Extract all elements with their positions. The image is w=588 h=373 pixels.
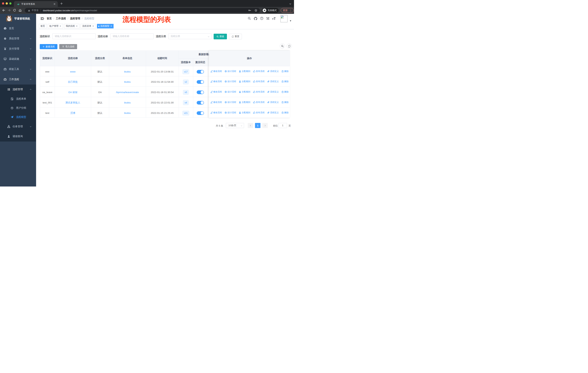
action-分配规则[interactable]: 分配规则 — [239, 80, 251, 83]
action-分配规则[interactable]: 分配规则 — [239, 111, 251, 114]
password-key-icon[interactable] — [248, 9, 251, 12]
action-发布流程[interactable]: 发布流程 — [253, 111, 265, 114]
sidebar-item-系统管理[interactable]: 系统管理 — [0, 33, 36, 44]
action-删除[interactable]: 删除 — [281, 111, 289, 114]
cell-process-name-link[interactable]: 测试多审批人 — [65, 101, 80, 104]
active-state-toggle[interactable] — [197, 101, 204, 105]
cell-process-name-link[interactable]: 滔博 — [70, 112, 75, 114]
sidebar-item-研发工具[interactable]: 研发工具 — [0, 64, 36, 74]
browser-menu-dots-icon[interactable]: ⋮ — [289, 9, 292, 12]
tag-close-icon[interactable]: ✕ — [92, 25, 94, 27]
fullscreen-icon[interactable] — [266, 17, 270, 20]
sidebar-item-支付管理[interactable]: 支付管理 — [0, 44, 36, 54]
action-设计流程[interactable]: 设计流程 — [225, 101, 236, 104]
search-button[interactable]: 搜索 — [214, 34, 227, 39]
action-设计流程[interactable]: 设计流程 — [225, 111, 236, 114]
create-process-button[interactable]: 新建流程 — [40, 44, 57, 49]
tag-close-icon[interactable]: ✕ — [76, 25, 78, 27]
action-流程定义[interactable]: 流程定义 — [267, 101, 279, 104]
import-process-button[interactable]: 导入流程 — [59, 44, 77, 49]
refresh-table-button[interactable] — [287, 43, 292, 49]
sidebar-item-用户分组[interactable]: 用户分组 — [0, 103, 36, 112]
sidebar-item-基础设施[interactable]: 基础设施 — [0, 54, 36, 64]
sidebar-item-流程管理[interactable]: 流程管理 — [0, 84, 36, 94]
breadcrumb-item[interactable]: 首页 — [47, 17, 52, 20]
current-page-button[interactable]: 1 — [255, 123, 261, 128]
cell-form-link[interactable]: biubiu — [124, 112, 131, 114]
sidebar-logo[interactable]: 芋道管理系统 — [0, 14, 36, 23]
action-修改流程[interactable]: 修改流程 — [210, 111, 222, 114]
action-流程定义[interactable]: 流程定义 — [267, 80, 279, 83]
action-删除[interactable]: 删除 — [281, 101, 289, 104]
github-icon[interactable] — [254, 17, 257, 20]
back-button[interactable] — [2, 9, 5, 12]
tab-close-icon[interactable] — [53, 3, 56, 5]
sidebar-item-工作流程[interactable]: 工作流程 — [0, 74, 36, 84]
action-分配规则[interactable]: 分配规则 — [239, 70, 251, 73]
not-secure-warning-icon[interactable] — [28, 9, 30, 12]
process-key-input[interactable]: 请输入流程标识 — [52, 33, 96, 39]
version-tag[interactable]: v17 — [182, 69, 189, 74]
header-search-icon[interactable] — [248, 17, 251, 20]
tag-我的流程[interactable]: 我的流程 ✕ — [64, 24, 79, 28]
reload-button[interactable] — [13, 9, 16, 12]
cell-form-link[interactable]: biubiu — [124, 70, 131, 73]
action-流程定义[interactable]: 流程定义 — [267, 111, 279, 114]
action-发布流程[interactable]: 发布流程 — [253, 80, 265, 83]
action-修改流程[interactable]: 修改流程 — [210, 70, 222, 73]
action-发布流程[interactable]: 发布流程 — [253, 70, 265, 73]
action-修改流程[interactable]: 修改流程 — [210, 101, 222, 104]
version-tag[interactable]: v4 — [183, 100, 189, 105]
action-发布流程[interactable]: 发布流程 — [253, 90, 265, 93]
action-修改流程[interactable]: 修改流程 — [210, 90, 222, 93]
cell-process-name-link[interactable]: 自己审批 — [68, 81, 78, 83]
active-state-toggle[interactable] — [197, 80, 204, 84]
home-button[interactable] — [19, 9, 22, 12]
next-page-button[interactable] — [262, 123, 268, 128]
forward-button[interactable] — [8, 9, 11, 12]
sidebar-item-请假查询[interactable]: 请假查询 — [0, 131, 36, 141]
breadcrumb-item[interactable]: 工作流程 — [56, 17, 66, 20]
show-search-toggle-button[interactable] — [280, 43, 285, 49]
user-avatar-broken-image[interactable] — [280, 15, 288, 22]
action-删除[interactable]: 删除 — [281, 80, 289, 83]
action-删除[interactable]: 删除 — [281, 90, 289, 93]
active-state-toggle[interactable] — [197, 91, 204, 94]
action-删除[interactable]: 删除 — [281, 70, 289, 73]
tag-首页[interactable]: 首页 — [39, 24, 47, 28]
process-category-select[interactable]: 流程分类 — [168, 33, 212, 39]
cell-form-link[interactable]: /bpm/oa/leave/create — [116, 91, 139, 94]
traffic-zoom-button[interactable] — [9, 2, 11, 5]
action-流程定义[interactable]: 流程定义 — [267, 70, 279, 73]
tag-close-icon[interactable]: ✕ — [110, 25, 112, 27]
browser-tab[interactable]: 芋道管理系统 — [14, 1, 58, 7]
cell-form-link[interactable]: biubiu — [124, 101, 131, 104]
version-tag[interactable]: v5 — [183, 90, 189, 95]
sidebar-item-任务管理[interactable]: 任务管理 — [0, 122, 36, 131]
page-size-select[interactable]: 10条/页 — [226, 123, 244, 128]
version-tag[interactable]: v21 — [182, 111, 189, 115]
traffic-close-button[interactable] — [2, 2, 4, 5]
action-流程定义[interactable]: 流程定义 — [267, 90, 279, 93]
update-chip[interactable]: 更新 ⋮ — [281, 8, 294, 13]
avatar-caret-down-icon[interactable] — [290, 20, 291, 21]
traffic-minimize-button[interactable] — [6, 2, 8, 5]
cell-process-name-link[interactable]: OA 请假 — [68, 91, 77, 94]
breadcrumb-item[interactable]: 流程管理 — [70, 17, 80, 20]
tag-流程模型[interactable]: 流程模型 ✕ — [97, 24, 114, 28]
tag-流程表单[interactable]: 流程表单 ✕ — [81, 24, 96, 28]
sidebar-item-流程表单[interactable]: 流程表单 — [0, 94, 36, 103]
prev-page-button[interactable] — [248, 123, 253, 128]
tabstrip-chevron-down-icon[interactable] — [289, 3, 292, 5]
action-设计流程[interactable]: 设计流程 — [225, 80, 236, 83]
reset-button[interactable]: 重置 — [229, 34, 242, 39]
bookmark-star-icon[interactable] — [254, 9, 257, 12]
active-state-toggle[interactable] — [197, 70, 204, 74]
version-tag[interactable]: v2 — [183, 80, 189, 84]
action-设计流程[interactable]: 设计流程 — [225, 70, 236, 73]
action-修改流程[interactable]: 修改流程 — [210, 80, 222, 83]
sidebar-item-流程模型[interactable]: 流程模型 — [0, 112, 36, 122]
active-state-toggle[interactable] — [197, 111, 204, 115]
tag-租户管理[interactable]: 租户管理 ✕ — [48, 24, 63, 28]
help-icon[interactable] — [260, 17, 263, 20]
